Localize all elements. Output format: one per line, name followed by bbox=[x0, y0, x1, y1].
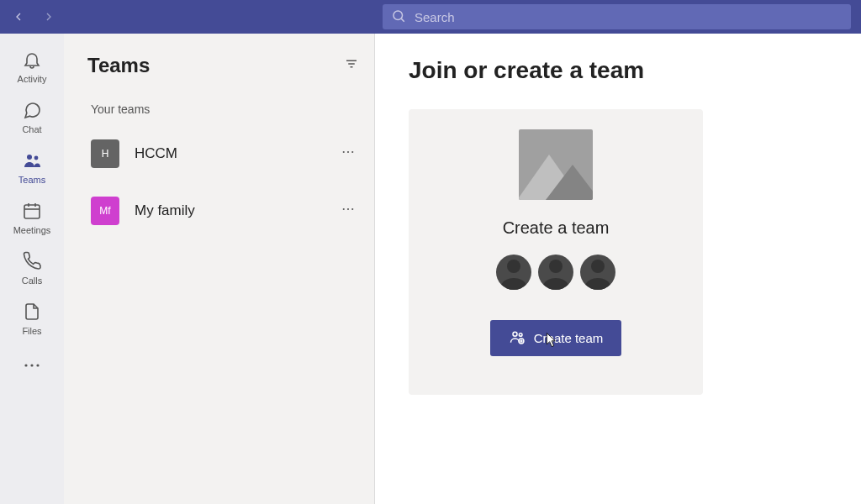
rail-label: Calls bbox=[22, 276, 42, 286]
rail-label: Activity bbox=[18, 74, 47, 84]
create-team-button[interactable]: Create team bbox=[490, 320, 622, 356]
create-team-icon bbox=[509, 328, 526, 348]
svg-point-0 bbox=[394, 11, 403, 20]
card-title: Create a team bbox=[503, 218, 610, 238]
team-name: My family bbox=[135, 202, 341, 219]
card-image-placeholder bbox=[519, 129, 593, 200]
rail-label: Teams bbox=[18, 175, 45, 185]
back-button[interactable] bbox=[12, 10, 25, 24]
your-teams-label: Your teams bbox=[87, 102, 359, 116]
avatar-silhouette bbox=[538, 255, 573, 290]
forward-button[interactable] bbox=[42, 10, 55, 24]
rail-label: Files bbox=[22, 326, 41, 336]
team-avatar: Mf bbox=[91, 197, 119, 225]
svg-line-1 bbox=[401, 18, 404, 21]
svg-point-21 bbox=[519, 333, 522, 337]
title-bar: Search bbox=[0, 0, 861, 34]
team-item[interactable]: Mf My family bbox=[87, 188, 359, 234]
phone-icon bbox=[22, 250, 42, 272]
search-placeholder: Search bbox=[415, 10, 455, 24]
rail-calls[interactable]: Calls bbox=[7, 250, 57, 286]
svg-point-9 bbox=[30, 364, 33, 366]
teams-list-title: Teams bbox=[87, 54, 150, 77]
svg-point-17 bbox=[343, 208, 345, 210]
rail-teams[interactable]: Teams bbox=[7, 150, 57, 185]
rail-files[interactable]: Files bbox=[7, 301, 57, 336]
avatar-silhouette bbox=[496, 255, 531, 290]
content-pane: Join or create a team Create a team Crea… bbox=[375, 34, 861, 504]
svg-point-8 bbox=[24, 364, 27, 366]
team-name: HCCM bbox=[135, 145, 341, 162]
rail-activity[interactable]: Activity bbox=[7, 49, 57, 84]
search-box[interactable]: Search bbox=[383, 4, 851, 29]
app-rail: Activity Chat Teams Meetings Calls bbox=[0, 34, 64, 504]
team-more-icon[interactable] bbox=[341, 144, 356, 163]
rail-more[interactable] bbox=[7, 354, 57, 376]
avatar-silhouette bbox=[580, 255, 615, 290]
main-area: Activity Chat Teams Meetings Calls bbox=[0, 34, 861, 504]
rail-chat[interactable]: Chat bbox=[7, 99, 57, 134]
rail-meetings[interactable]: Meetings bbox=[7, 200, 57, 235]
svg-point-15 bbox=[347, 151, 349, 153]
teams-list-pane: Teams Your teams H HCCM Mf My family bbox=[64, 34, 375, 504]
teams-list-header: Teams bbox=[87, 54, 359, 77]
svg-point-14 bbox=[343, 151, 345, 153]
ellipsis-icon bbox=[22, 354, 42, 376]
rail-label: Meetings bbox=[13, 225, 51, 235]
card-avatars bbox=[496, 255, 615, 290]
page-title: Join or create a team bbox=[409, 57, 827, 84]
team-avatar: H bbox=[91, 139, 119, 168]
team-avatar-initial: Mf bbox=[99, 205, 110, 217]
calendar-icon bbox=[22, 200, 42, 222]
svg-rect-4 bbox=[24, 205, 40, 218]
svg-point-10 bbox=[36, 364, 39, 366]
bell-icon bbox=[22, 49, 42, 71]
create-team-button-label: Create team bbox=[534, 331, 604, 345]
filter-icon[interactable] bbox=[344, 56, 359, 75]
svg-point-2 bbox=[27, 155, 32, 160]
svg-point-3 bbox=[34, 156, 39, 160]
file-icon bbox=[22, 301, 42, 323]
svg-point-18 bbox=[347, 208, 349, 210]
create-team-card: Create a team Create team bbox=[409, 109, 703, 395]
svg-point-19 bbox=[351, 208, 353, 210]
svg-point-20 bbox=[513, 332, 517, 336]
nav-arrows bbox=[0, 10, 383, 24]
teams-icon bbox=[22, 150, 42, 171]
team-item[interactable]: H HCCM bbox=[87, 131, 359, 176]
team-more-icon[interactable] bbox=[341, 202, 356, 220]
rail-label: Chat bbox=[22, 124, 41, 134]
team-avatar-initial: H bbox=[102, 148, 109, 160]
svg-point-16 bbox=[351, 151, 353, 153]
chat-icon bbox=[22, 99, 42, 121]
search-icon bbox=[391, 8, 406, 26]
